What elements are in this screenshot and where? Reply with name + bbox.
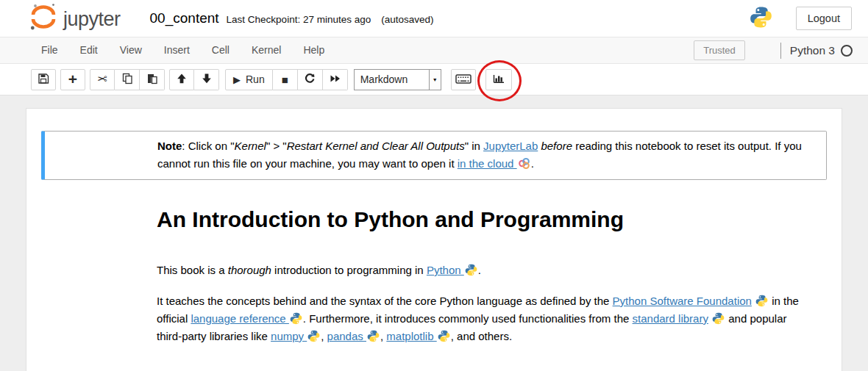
fast-forward-icon bbox=[329, 73, 341, 87]
text-run: Kernel bbox=[235, 140, 266, 152]
menu-cell[interactable]: Cell bbox=[201, 37, 241, 63]
text-run: , bbox=[321, 330, 327, 342]
menu-file[interactable]: File bbox=[30, 37, 69, 63]
move-cell-up-button[interactable] bbox=[169, 69, 194, 90]
menu-help[interactable]: Help bbox=[292, 37, 335, 63]
notebook-container: Note: Click on "Kernel" > "Restart Kerne… bbox=[0, 96, 868, 371]
cell-type-value: Markdown bbox=[355, 73, 429, 85]
page-title: An Introduction to Python and Programmin… bbox=[157, 207, 827, 232]
text-run: introduction to programming in bbox=[271, 264, 427, 276]
arrow-down-icon bbox=[201, 73, 213, 87]
stop-icon: ■ bbox=[282, 74, 288, 85]
menu-view[interactable]: View bbox=[109, 37, 153, 63]
checkpoint-status: Last Checkpoint: 27 minutes ago bbox=[227, 14, 371, 25]
kernel-name: Python 3 bbox=[790, 44, 835, 57]
chart-button[interactable] bbox=[485, 69, 512, 90]
intro-paragraph-1: This book is a thorough introduction to … bbox=[157, 262, 827, 279]
header-right: Logout bbox=[750, 6, 852, 32]
logout-button[interactable]: Logout bbox=[796, 7, 852, 30]
text-run: " in bbox=[465, 140, 483, 152]
trusted-button[interactable]: Trusted bbox=[694, 40, 745, 60]
text-run: , and others. bbox=[451, 330, 512, 342]
python-icon bbox=[307, 330, 320, 342]
save-button[interactable] bbox=[31, 69, 56, 90]
kernel-idle-icon bbox=[841, 45, 853, 57]
python-icon bbox=[438, 330, 450, 342]
play-icon: ▶ bbox=[233, 75, 241, 84]
copy-cell-button[interactable] bbox=[115, 69, 140, 90]
paste-icon bbox=[146, 73, 158, 87]
python-icon bbox=[755, 295, 768, 307]
markdown-link[interactable]: JupyterLab bbox=[483, 140, 538, 152]
markdown-link[interactable]: in the cloud bbox=[458, 157, 517, 170]
markdown-link[interactable]: Python bbox=[427, 264, 464, 276]
markdown-link[interactable]: matplotlib bbox=[386, 330, 436, 342]
save-icon bbox=[38, 73, 49, 87]
notebook-title[interactable]: 00_content bbox=[150, 10, 219, 26]
copy-icon bbox=[121, 73, 133, 87]
cut-cell-button[interactable]: ✂ bbox=[90, 69, 115, 90]
menu-kernel[interactable]: Kernel bbox=[241, 37, 292, 63]
text-run: : Click on " bbox=[182, 140, 234, 152]
toolbar: + ✂ bbox=[0, 64, 868, 96]
jupyter-logo-icon bbox=[28, 1, 59, 35]
autosave-status: (autosaved) bbox=[381, 14, 433, 25]
header: jupyter 00_content Last Checkpoint: 27 m… bbox=[0, 0, 868, 37]
text-run: It teaches the concepts behind and the s… bbox=[157, 295, 613, 307]
paste-cell-button[interactable] bbox=[140, 69, 165, 90]
menu-insert[interactable]: Insert bbox=[153, 37, 201, 63]
scissors-icon: ✂ bbox=[97, 73, 107, 85]
text-run bbox=[708, 312, 711, 325]
text-run bbox=[752, 295, 755, 307]
insert-cell-below-button[interactable]: + bbox=[60, 69, 85, 90]
text-run: thorough bbox=[228, 264, 271, 276]
plus-icon: + bbox=[68, 71, 77, 87]
kernel-divider bbox=[780, 43, 781, 59]
restart-run-all-button[interactable] bbox=[323, 69, 348, 90]
cell-type-dropdown[interactable]: Markdown ▼ bbox=[354, 69, 441, 90]
python-icon bbox=[712, 312, 725, 325]
intro-paragraph-2: It teaches the concepts behind and the s… bbox=[157, 292, 827, 345]
restart-icon bbox=[304, 73, 316, 87]
text-run: . bbox=[531, 157, 534, 170]
interrupt-kernel-button[interactable]: ■ bbox=[273, 69, 298, 90]
dropdown-arrow-icon: ▼ bbox=[429, 70, 441, 90]
markdown-cell-note[interactable]: Note: Click on "Kernel" > "Restart Kerne… bbox=[41, 131, 827, 180]
note-paragraph: Note: Click on "Kernel" > "Restart Kerne… bbox=[157, 132, 826, 179]
text-run: This book is a bbox=[157, 264, 228, 276]
python-icon bbox=[290, 312, 302, 325]
jupyter-logo-text: jupyter bbox=[63, 8, 121, 31]
markdown-link[interactable]: pandas bbox=[327, 330, 366, 342]
markdown-link[interactable]: numpy bbox=[271, 330, 307, 342]
markdown-link[interactable]: language reference bbox=[191, 312, 288, 325]
restart-kernel-button[interactable] bbox=[298, 69, 323, 90]
move-cell-down-button[interactable] bbox=[194, 69, 219, 90]
run-button[interactable]: ▶ Run bbox=[225, 69, 273, 90]
menu-edit[interactable]: Edit bbox=[69, 37, 109, 63]
python-logo-icon bbox=[750, 6, 772, 32]
keyboard-icon bbox=[455, 73, 472, 87]
jupyter-notebook-app: jupyter 00_content Last Checkpoint: 27 m… bbox=[0, 0, 868, 371]
text-run: . Furthermore, it introduces commonly us… bbox=[303, 312, 633, 325]
text-run: " > " bbox=[266, 140, 287, 152]
menubar: File Edit View Insert Cell Kernel Help T… bbox=[0, 37, 868, 64]
run-label: Run bbox=[246, 73, 265, 85]
text-run: Restart Kernel and Clear All Outputs bbox=[287, 140, 465, 152]
text-run: Note bbox=[157, 140, 182, 152]
binder-icon bbox=[518, 157, 530, 170]
arrow-up-icon bbox=[176, 73, 188, 87]
markdown-link[interactable]: standard library bbox=[633, 312, 708, 325]
python-icon bbox=[367, 330, 380, 342]
chart-button-wrap bbox=[485, 69, 512, 90]
title-block: 00_content Last Checkpoint: 27 minutes a… bbox=[150, 10, 434, 26]
menubar-right: Trusted Python 3 bbox=[694, 40, 853, 60]
notebook-page: Note: Click on "Kernel" > "Restart Kerne… bbox=[26, 108, 842, 371]
jupyter-logo[interactable]: jupyter bbox=[28, 1, 121, 35]
markdown-link[interactable]: Python Software Foundation bbox=[613, 295, 752, 307]
python-icon bbox=[465, 264, 477, 276]
command-palette-button[interactable] bbox=[451, 69, 476, 90]
text-run: . bbox=[478, 264, 481, 276]
text-run: before bbox=[541, 140, 572, 152]
bar-chart-icon bbox=[492, 73, 505, 87]
markdown-cell-intro[interactable]: An Introduction to Python and Programmin… bbox=[41, 207, 827, 345]
